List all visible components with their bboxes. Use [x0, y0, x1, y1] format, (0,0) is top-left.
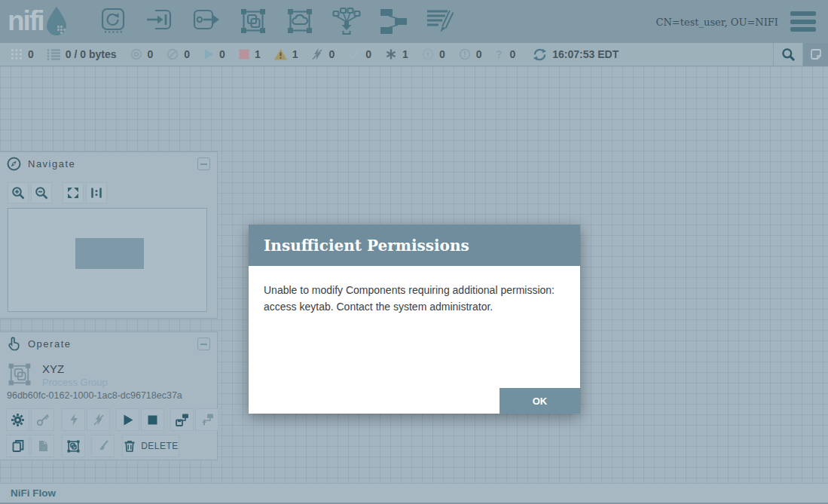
operate-panel-header: Operate: [0, 332, 217, 355]
stop-button[interactable]: [141, 408, 164, 431]
play-icon: [121, 414, 134, 426]
sync-failure-icon: ?: [494, 47, 505, 61]
template-icon[interactable]: [378, 6, 408, 36]
process-group-badge-icon: [6, 361, 33, 388]
delete-button[interactable]: DELETE: [122, 435, 179, 457]
stopped-icon: [238, 48, 250, 60]
zoom-actual-button[interactable]: [86, 182, 107, 203]
dialog-body: Unable to modify Components requiring ad…: [249, 266, 580, 414]
app-header: nifi: [0, 0, 828, 43]
flow-version-save-icon: [175, 413, 189, 426]
ok-button[interactable]: OK: [500, 388, 580, 414]
stat-up-to-date: 0: [347, 47, 371, 61]
stop-icon: [146, 414, 159, 426]
breadcrumb-nifi-flow[interactable]: NiFi Flow: [11, 487, 56, 499]
group-selection-icon: [66, 439, 81, 454]
operate-actions-row-2: DELETE: [6, 435, 179, 457]
dialog-message: Unable to modify Components requiring ad…: [264, 282, 565, 316]
selected-component-type: Process Group: [42, 377, 108, 388]
processor-icon[interactable]: [98, 6, 128, 36]
funnel-icon[interactable]: [332, 6, 362, 36]
zoom-out-icon: [35, 186, 49, 200]
zoom-fit-button[interactable]: [63, 182, 84, 203]
gear-icon: [11, 413, 25, 427]
navigate-panel-title: Navigate: [28, 158, 197, 170]
collapse-navigate-icon[interactable]: [197, 157, 210, 170]
revert-flow-version-button[interactable]: [195, 408, 218, 431]
transmitting-icon: [130, 47, 143, 61]
invalid-icon: [273, 48, 288, 61]
remote-process-group-icon[interactable]: [285, 6, 315, 36]
nifi-logo: nifi: [8, 5, 69, 37]
selected-component-id: 96db60fc-0162-1000-1ac8-dc96718ec37a: [7, 390, 182, 401]
flow-version-revert-icon: [200, 413, 214, 426]
refresh-time: 16:07:53 EDT: [552, 48, 619, 60]
disable-button[interactable]: [87, 408, 110, 431]
save-flow-version-button[interactable]: [170, 408, 194, 431]
lightning-bolt-icon: [67, 413, 81, 426]
zoom-actual-icon: [90, 186, 103, 200]
disabled-icon: [310, 47, 324, 61]
stat-sync-failure: ? 0: [494, 47, 515, 61]
navigate-toolbar: [0, 175, 217, 203]
group-button[interactable]: [62, 435, 85, 457]
stat-locally-modified-stale: 0: [458, 47, 482, 61]
refresh-control[interactable]: 16:07:53 EDT: [533, 47, 619, 62]
input-port-icon[interactable]: [145, 6, 175, 36]
key-icon: [36, 413, 50, 426]
stat-active-threads: 0: [10, 47, 34, 61]
start-button[interactable]: [116, 408, 139, 431]
operate-panel-title: Operate: [28, 338, 197, 350]
stat-locally-modified: 1: [384, 47, 408, 61]
collapse-operate-icon[interactable]: [197, 338, 210, 350]
locally-modified-stale-icon: [458, 47, 472, 61]
navigate-panel-header: Navigate: [0, 152, 217, 175]
zoom-in-button[interactable]: [8, 182, 29, 203]
breadcrumb-bar: NiFi Flow: [0, 483, 828, 504]
bulletin-icon: [809, 47, 823, 61]
configure-button[interactable]: [6, 408, 29, 431]
lightning-slash-icon: [92, 413, 105, 426]
refresh-icon: [533, 47, 547, 62]
locally-modified-icon: [384, 47, 398, 61]
zoom-out-button[interactable]: [31, 182, 52, 203]
minimap-viewport[interactable]: [75, 238, 144, 269]
global-menu-icon[interactable]: [790, 11, 816, 32]
component-toolbar: [98, 6, 455, 36]
selected-component-info: XYZ Process Group: [6, 361, 108, 388]
queued-list-icon: [47, 47, 61, 61]
paste-icon: [36, 439, 50, 453]
zoom-fit-icon: [66, 186, 80, 200]
copy-button[interactable]: [6, 435, 29, 457]
search-button[interactable]: [774, 43, 802, 66]
status-bar-right: [773, 43, 828, 66]
trash-icon: [123, 439, 136, 453]
insufficient-permissions-dialog: Insufficient Permissions Unable to modif…: [249, 225, 580, 414]
flow-canvas[interactable]: Navigate: [0, 66, 828, 483]
not-transmitting-icon: [166, 47, 179, 61]
paste-button[interactable]: [31, 435, 54, 457]
up-to-date-icon: [347, 47, 361, 61]
bulletin-board-toggle[interactable]: [803, 43, 828, 66]
access-policies-button[interactable]: [31, 408, 54, 431]
output-port-icon[interactable]: [191, 6, 222, 36]
search-icon: [781, 47, 796, 62]
change-color-button[interactable]: [91, 435, 115, 457]
stat-queued: 0 / 0 bytes: [47, 47, 117, 61]
nifi-droplet-icon: [44, 6, 69, 36]
birdseye-minimap[interactable]: [8, 208, 207, 312]
enable-button[interactable]: [62, 408, 85, 431]
stat-running: 0: [203, 48, 225, 60]
stat-transmitting: 0: [130, 47, 154, 61]
running-icon: [203, 48, 215, 60]
stat-not-transmitting: 0: [166, 47, 190, 61]
process-group-icon[interactable]: [238, 6, 268, 36]
stat-stopped: 1: [238, 48, 261, 60]
dialog-title: Insufficient Permissions: [264, 237, 469, 255]
stat-disabled: 0: [310, 47, 335, 61]
dialog-header: Insufficient Permissions: [249, 225, 580, 266]
copy-icon: [11, 439, 25, 453]
label-icon[interactable]: [425, 6, 455, 36]
paintbrush-icon: [96, 439, 110, 453]
current-user-identity: CN=test_user, OU=NIFI: [656, 17, 779, 28]
